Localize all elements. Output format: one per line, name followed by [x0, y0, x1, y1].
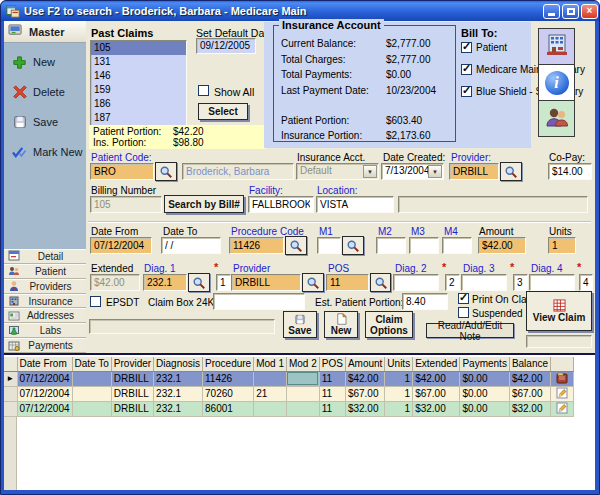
- table-row[interactable]: ►07/12/2004DRBILL232.11142611$42.001$42.…: [4, 371, 574, 386]
- cell-diagnosis[interactable]: 232.1: [154, 386, 203, 401]
- note-icon[interactable]: [551, 371, 574, 386]
- column-header-mod-1[interactable]: Mod 1: [254, 357, 287, 371]
- cell-diagnosis[interactable]: 232.1: [154, 401, 203, 416]
- claims-grid[interactable]: Date FromDate ToProviderDiagnosisProcedu…: [4, 357, 574, 417]
- procedure-code-field[interactable]: [229, 237, 284, 254]
- sidebar-master-button[interactable]: Master: [4, 21, 86, 43]
- cell-procedure[interactable]: 11426: [203, 371, 254, 386]
- search-by-bill-button[interactable]: Search by Bill#: [164, 195, 244, 213]
- m3-field[interactable]: [409, 237, 439, 254]
- amount-field[interactable]: [478, 237, 526, 254]
- cell-balance[interactable]: $67.00: [509, 386, 550, 401]
- cell-mod-2[interactable]: [286, 401, 319, 416]
- suspended-checkbox[interactable]: [458, 307, 469, 318]
- est-patient-portion-field[interactable]: [402, 293, 448, 310]
- column-header-units[interactable]: Units: [385, 357, 413, 371]
- date-to-field[interactable]: [161, 237, 221, 254]
- cell-pos[interactable]: 11: [319, 386, 345, 401]
- cell-mod-1[interactable]: [254, 401, 287, 416]
- sidebar-action-delete[interactable]: Delete: [11, 81, 86, 103]
- cell-provider[interactable]: DRBILL: [111, 386, 153, 401]
- date-created-combo[interactable]: 7/13/2004▼: [381, 163, 444, 180]
- table-row[interactable]: 07/12/2004DRBILL232.18600111$32.001$32.0…: [4, 401, 574, 416]
- row-selector[interactable]: [4, 386, 17, 401]
- past-claim-item[interactable]: 159: [91, 83, 186, 97]
- sidebar-item-insurance[interactable]: Insurance: [4, 294, 86, 309]
- diag2-field[interactable]: [393, 274, 439, 291]
- past-claims-listbox[interactable]: 105131146159186187: [90, 40, 187, 127]
- pos-field[interactable]: [326, 274, 369, 291]
- row-selector[interactable]: [4, 401, 17, 416]
- diag4-field[interactable]: [529, 274, 575, 291]
- maximize-button[interactable]: [562, 4, 579, 19]
- cell-date-from[interactable]: 07/12/2004: [17, 371, 72, 386]
- table-row[interactable]: 07/12/2004DRBILL232.1702602111$67.001$67…: [4, 386, 574, 401]
- cell-mod-1[interactable]: 21: [254, 386, 287, 401]
- sidebar-item-payments[interactable]: Payments: [4, 338, 86, 353]
- provider-search-button[interactable]: [500, 162, 522, 181]
- sidebar-action-save[interactable]: Save: [11, 111, 86, 133]
- cell-payments[interactable]: $0.00: [460, 371, 509, 386]
- cell-amount[interactable]: $32.00: [345, 401, 384, 416]
- procedure-search-button[interactable]: [285, 236, 307, 255]
- epsdt-checkbox[interactable]: [90, 296, 101, 307]
- cell-date-to[interactable]: [72, 371, 111, 386]
- date-from-field[interactable]: [90, 237, 152, 254]
- cell-payments[interactable]: $0.00: [460, 401, 509, 416]
- diag3-num-field[interactable]: [513, 274, 528, 291]
- column-header-procedure[interactable]: Procedure: [203, 357, 254, 371]
- cell-extended[interactable]: $32.00: [413, 401, 460, 416]
- column-header-diagnosis[interactable]: Diagnosis: [154, 357, 203, 371]
- minimize-button[interactable]: [543, 4, 560, 19]
- past-claim-item[interactable]: 187: [91, 111, 186, 125]
- cell-pos[interactable]: 11: [319, 401, 345, 416]
- line-provider-search-button[interactable]: [302, 273, 324, 292]
- column-header-pos[interactable]: POS: [319, 357, 345, 371]
- m1-search-button[interactable]: [342, 236, 364, 255]
- cell-payments[interactable]: $0.00: [460, 386, 509, 401]
- patient-code-field[interactable]: [90, 163, 154, 180]
- column-header-date-to[interactable]: Date To: [72, 357, 111, 371]
- column-header-mod-2[interactable]: Mod 2: [286, 357, 319, 371]
- cell-date-from[interactable]: 07/12/2004: [17, 401, 72, 416]
- dropdown-arrow-icon[interactable]: ▼: [428, 165, 442, 178]
- m1-field[interactable]: [317, 237, 341, 254]
- cell-provider[interactable]: DRBILL: [111, 371, 153, 386]
- diag1-num-field[interactable]: [216, 274, 231, 291]
- line-provider-field[interactable]: [231, 274, 301, 291]
- claim-box-field[interactable]: [213, 293, 305, 310]
- cell-amount[interactable]: $67.00: [345, 386, 384, 401]
- cell-date-to[interactable]: [72, 401, 111, 416]
- column-header-extended[interactable]: Extended: [413, 357, 460, 371]
- patients-button[interactable]: [538, 100, 575, 137]
- column-header-payments[interactable]: Payments: [460, 357, 509, 371]
- cell-balance[interactable]: $32.00: [509, 401, 550, 416]
- cell-provider[interactable]: DRBILL: [111, 401, 153, 416]
- close-button[interactable]: ×: [581, 4, 598, 19]
- past-claim-item[interactable]: 186: [91, 97, 186, 111]
- copay-field[interactable]: [548, 163, 592, 180]
- cell-procedure[interactable]: 70260: [203, 386, 254, 401]
- cell-date-to[interactable]: [72, 386, 111, 401]
- info-button[interactable]: i: [538, 64, 575, 101]
- patient-code-search-button[interactable]: [155, 162, 177, 181]
- default-date-field[interactable]: 09/12/2005: [196, 38, 256, 54]
- read-add-edit-note-button[interactable]: Read/Add/Edit Note: [426, 323, 514, 338]
- location-field[interactable]: [316, 196, 394, 213]
- show-all-checkbox[interactable]: [198, 85, 209, 96]
- sidebar-item-patient[interactable]: Patient: [4, 264, 86, 279]
- cell-extended[interactable]: $67.00: [413, 386, 460, 401]
- past-claim-item[interactable]: 105: [91, 41, 186, 55]
- cell-mod-2[interactable]: [286, 386, 319, 401]
- m4-field[interactable]: [442, 237, 472, 254]
- column-header-balance[interactable]: Balance: [509, 357, 550, 371]
- cell-amount[interactable]: $42.00: [345, 371, 384, 386]
- row-selector[interactable]: ►: [4, 371, 17, 386]
- past-claim-item[interactable]: 146: [91, 69, 186, 83]
- diag1-search-button[interactable]: [188, 273, 210, 292]
- claim-options-button[interactable]: Claim Options: [365, 311, 413, 338]
- pos-search-button[interactable]: [370, 273, 391, 292]
- view-claim-button[interactable]: View Claim: [526, 291, 592, 331]
- units-field[interactable]: [548, 237, 576, 254]
- sidebar-action-new[interactable]: New: [11, 51, 86, 73]
